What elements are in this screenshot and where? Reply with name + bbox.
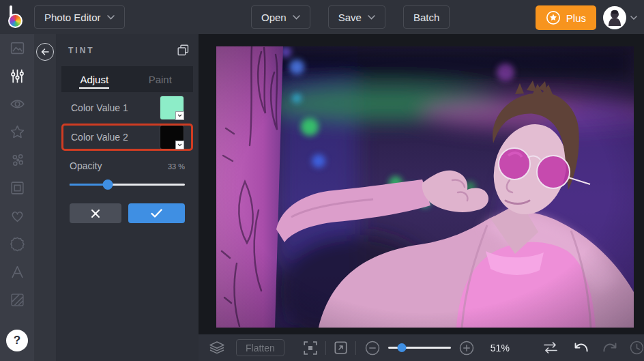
redo-icon [602, 342, 617, 354]
panel-back-strip [34, 34, 56, 361]
opacity-slider[interactable] [70, 179, 185, 190]
check-icon [151, 209, 162, 218]
apply-button[interactable] [128, 203, 185, 223]
flatten-button[interactable]: Flatten [236, 339, 284, 356]
sidebar-item-frames[interactable] [0, 174, 34, 202]
sidebar-item-text[interactable] [0, 258, 34, 286]
sidebar-item-touchup[interactable] [0, 90, 34, 118]
open-label: Open [261, 12, 287, 23]
panel-title: TINT [68, 46, 177, 55]
color-value-row[interactable]: Color Value 1 [61, 94, 193, 121]
batch-button[interactable]: Batch [403, 5, 450, 29]
swap-arrows-icon [542, 341, 559, 354]
sidebar-item-overlays[interactable] [0, 202, 34, 230]
plus-circle-icon [459, 341, 474, 356]
text-icon [10, 264, 25, 280]
zoom-out-button[interactable] [365, 341, 380, 356]
app-menu-label: Photo Editor [44, 12, 101, 23]
star-icon [10, 124, 25, 140]
sidebar-item-graphics[interactable] [0, 230, 34, 258]
layers-icon [209, 341, 224, 354]
history-clock-icon [630, 341, 644, 355]
zoom-slider-thumb[interactable] [398, 343, 407, 352]
sidebar-item-photo[interactable] [0, 34, 34, 62]
open-external-icon [334, 341, 347, 354]
layers-button[interactable] [209, 341, 224, 354]
close-icon [91, 209, 100, 218]
swatch-dropdown-icon[interactable] [175, 111, 184, 120]
save-button[interactable]: Save [328, 5, 385, 29]
open-button[interactable]: Open [251, 5, 310, 29]
chevron-down-icon [630, 16, 637, 20]
opacity-value: 33 % [168, 162, 185, 171]
chevron-down-icon [293, 15, 300, 20]
sidebar-item-edit[interactable] [0, 62, 34, 90]
help-button[interactable]: ? [6, 330, 28, 351]
sliders-icon [10, 68, 25, 84]
history-button[interactable] [630, 341, 644, 355]
fit-screen-icon [304, 341, 317, 355]
zoom-percentage[interactable]: 51% [491, 343, 510, 353]
color-value-2-label: Color Value 2 [71, 132, 128, 143]
account-menu[interactable] [603, 6, 637, 29]
texture-icon [10, 292, 25, 308]
plus-label: Plus [566, 12, 586, 24]
color-swatch-2[interactable] [160, 126, 184, 149]
bottom-toolbar: Flatten 51% [199, 334, 644, 361]
fullscreen-button[interactable] [334, 341, 347, 354]
opacity-label: Opacity [70, 160, 102, 171]
swatch-dropdown-icon[interactable] [175, 141, 184, 149]
heart-icon [10, 208, 25, 224]
frame-icon [10, 180, 25, 196]
befunky-logo-icon[interactable] [8, 5, 29, 29]
avatar [603, 6, 626, 29]
color-value-1-label: Color Value 1 [71, 102, 128, 113]
help-label: ? [14, 334, 20, 347]
tab-adjust[interactable]: Adjust [61, 66, 128, 92]
image-icon [10, 40, 25, 56]
plus-upgrade-button[interactable]: Plus [536, 5, 596, 30]
tab-paint[interactable]: Paint [128, 66, 194, 92]
back-button[interactable] [36, 43, 54, 61]
tint-panel: TINT Adjust Paint Color Value 1 Color Va… [56, 34, 199, 361]
dots-icon [10, 152, 25, 168]
arrow-left-icon [41, 48, 49, 55]
color-swatch-1[interactable] [160, 96, 184, 119]
sidebar-item-textures[interactable] [0, 286, 34, 314]
badge-icon [10, 236, 25, 252]
panel-tabs: Adjust Paint [61, 66, 193, 92]
undo-icon [574, 342, 589, 354]
star-circle-icon [546, 10, 561, 25]
batch-label: Batch [413, 12, 439, 23]
chevron-down-icon [107, 15, 115, 20]
zoom-in-button[interactable] [459, 341, 474, 356]
photo-image[interactable] [216, 46, 634, 328]
app-menu-button[interactable]: Photo Editor [34, 5, 125, 29]
redo-button[interactable] [602, 342, 617, 354]
sidebar-item-artsy[interactable] [0, 146, 34, 174]
minus-circle-icon [365, 341, 380, 356]
eye-icon [10, 96, 25, 112]
compare-button[interactable] [542, 341, 559, 354]
fit-screen-button[interactable] [304, 341, 317, 355]
canvas-area[interactable] [199, 34, 644, 361]
cancel-button[interactable] [70, 203, 121, 223]
zoom-slider[interactable] [388, 343, 451, 352]
undo-button[interactable] [574, 342, 589, 354]
save-label: Save [338, 12, 362, 23]
chevron-down-icon [368, 15, 375, 20]
top-bar: Photo Editor Open Save Batch Plus [0, 0, 644, 34]
sidebar-item-effects[interactable] [0, 118, 34, 146]
color-value-row[interactable]: Color Value 2 [61, 124, 193, 151]
tools-sidebar: ? [0, 34, 34, 361]
duplicate-icon[interactable] [177, 44, 189, 56]
opacity-slider-thumb[interactable] [102, 179, 113, 190]
